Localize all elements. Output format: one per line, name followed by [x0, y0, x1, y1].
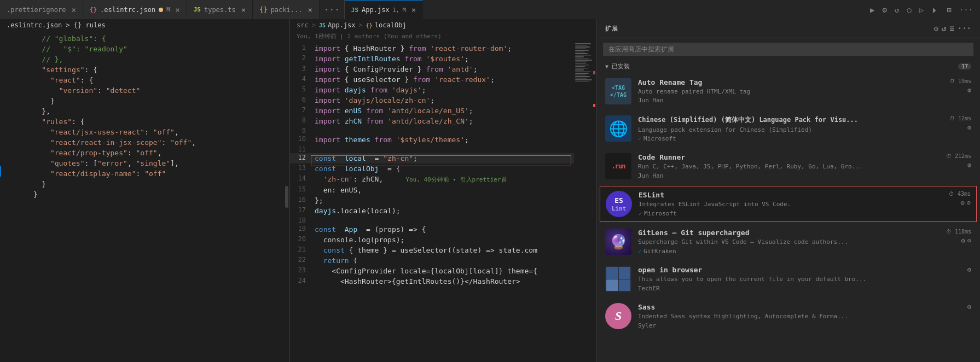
extensions-search-input[interactable] — [603, 43, 973, 56]
ext-action-icons: ⚙ ⊘ — [961, 199, 971, 207]
tab-close-icon[interactable]: × — [175, 5, 179, 14]
line-content: const App = (props) => { — [315, 224, 596, 235]
ext-item-code-runner[interactable]: .run Code Runner Run C, C++, Java, JS, P… — [596, 148, 980, 185]
line-number — [0, 75, 25, 85]
installed-section-header[interactable]: ▼ 已安装 17 — [596, 60, 980, 73]
circle-icon[interactable]: ○ — [904, 4, 914, 15]
ext-settings-icon[interactable]: ⚙ — [967, 86, 971, 94]
ext-desc: Integrates ESLint JavaScript into VS Cod… — [639, 200, 942, 208]
ext-action-icons: ⚙ — [967, 303, 971, 311]
layout-icon[interactable]: ⊞ — [944, 4, 954, 15]
ext-name: open in browser — [638, 266, 961, 274]
tab-label: App.jsx — [362, 6, 390, 14]
ext-info-auto-rename: Auto Rename Tag Auto rename paired HTML/… — [638, 78, 943, 104]
ext-action-icons: ⚙ ⊘ — [961, 237, 971, 244]
more-icon[interactable]: ··· — [956, 4, 976, 15]
extensions-title: 扩展 — [605, 25, 929, 33]
extensions-header: 扩展 ⚙ ↺ ≡ ··· — [596, 19, 980, 38]
ext-settings-icon[interactable]: ⚙ — [967, 303, 971, 311]
tab-close-icon[interactable]: × — [71, 5, 76, 14]
line-content: }, — [25, 106, 289, 116]
ext-author: Jun Han — [638, 172, 940, 179]
right-side: src > JS App.jsx > {} localObj You, 1秒钟前… — [290, 19, 980, 362]
line-number: 6 — [290, 95, 315, 106]
line-number: 21 — [290, 245, 315, 255]
ext-time: ⏱ 212ms — [946, 153, 971, 159]
code-line: 23 <ConfigProvider locale={localObj[loca… — [290, 266, 596, 276]
ext-settings-icon[interactable]: ⚙ — [967, 266, 971, 273]
tab-appjsx[interactable]: JS App.jsx 1, M × — [345, 0, 423, 19]
line-content: "rules": { — [25, 116, 289, 127]
ext-item-auto-rename-tag[interactable]: <TAG</TAG Auto Rename Tag Auto rename pa… — [596, 73, 980, 110]
ext-item-chinese[interactable]: 🌐 Chinese (Simplified) (简体中文) Language P… — [596, 110, 980, 148]
line-number: 13 — [290, 164, 315, 174]
line-content: en: enUS, — [315, 185, 596, 195]
line-number — [0, 168, 25, 179]
ext-settings-icon[interactable]: ⚙ — [961, 237, 965, 244]
ext-meta: ⚙ — [967, 303, 971, 311]
tab-label: packi... — [271, 6, 303, 14]
tab-json-icon: {} — [90, 6, 97, 13]
more-icon[interactable]: ··· — [958, 24, 971, 33]
code-line: 16 }; — [290, 195, 596, 206]
run-button[interactable]: ▶ — [867, 4, 877, 15]
tab-package[interactable]: {} packi... × — [253, 0, 320, 19]
code-line: 9 — [290, 126, 596, 135]
breadcrumb-sep2: > — [359, 21, 363, 29]
scrollbar[interactable] — [284, 31, 289, 362]
tab-braces-icon: {} — [259, 6, 267, 14]
extensions-list[interactable]: <TAG</TAG Auto Rename Tag Auto rename pa… — [596, 73, 980, 362]
line-content: <ConfigProvider locale={localObj[local]}… — [315, 266, 596, 276]
tab-close-icon[interactable]: × — [308, 5, 312, 14]
ext-time: ⏱ 118ms — [946, 229, 971, 235]
ext-item-gitlens[interactable]: 🔮 GitLens — Git supercharged Supercharge… — [596, 223, 980, 260]
line-number: 20 — [290, 235, 315, 245]
code-line: 21 const { theme } = useSelector((state)… — [290, 245, 596, 255]
line-content: // }, — [25, 54, 289, 65]
ext-settings-icon[interactable]: ⚙ — [967, 124, 971, 131]
ext-item-open-in-browser[interactable]: open in browser This allows you to open … — [596, 260, 980, 297]
code-line: 13 const localObj = { — [290, 164, 596, 174]
code-line: 5 import dayjs from 'dayjs'; — [290, 85, 596, 95]
breadcrumb-sep1: > — [312, 21, 316, 29]
ext-disable-icon[interactable]: ⊘ — [967, 237, 971, 244]
ext-item-sass[interactable]: S Sass Indented Sass syntax Highlighting… — [596, 297, 980, 335]
code-line: "react": { — [0, 75, 289, 85]
forward-icon[interactable]: ▷ — [917, 4, 926, 15]
toolbar-right: ▶ ⚙ ↺ ○ ▷ ⏵ ⊞ ··· — [867, 4, 980, 15]
tab-prettierignore[interactable]: .prettierignore × — [0, 0, 83, 19]
ext-item-eslint[interactable]: ES Lint ESLint Integrates ESLint JavaScr… — [600, 186, 977, 222]
line-number — [0, 65, 25, 75]
collapse-icon[interactable]: ≡ — [949, 24, 954, 33]
line-content: import getIntlRoutes from '$routes'; — [315, 54, 596, 64]
tab-close-icon[interactable]: × — [241, 5, 246, 14]
code-line: 17 dayjs.locale(local); — [290, 206, 596, 216]
line-number — [0, 96, 25, 106]
play-icon[interactable]: ⏵ — [929, 4, 942, 15]
ext-settings-icon[interactable]: ⚙ — [967, 161, 971, 169]
middle-code-area[interactable]: 1 import { HashRouter } from 'react-rout… — [290, 41, 596, 362]
ext-action-icons: ⚙ — [967, 124, 971, 131]
line-number — [0, 85, 25, 96]
code-line: } — [0, 179, 289, 189]
left-code-area[interactable]: // "globals": { // "$": "readonly" // },… — [0, 31, 289, 362]
ext-icon-sass: S — [605, 303, 631, 329]
ext-manage-icon[interactable]: ⚙ — [961, 199, 965, 207]
code-line: // "globals": { — [0, 33, 289, 44]
revert-icon[interactable]: ↺ — [892, 4, 902, 15]
scroll-thumb[interactable] — [285, 186, 288, 208]
debug-icon[interactable]: ⚙ — [880, 4, 890, 15]
ext-info-chinese: Chinese (Simplified) (简体中文) Language Pac… — [638, 115, 943, 142]
line-content: "react/react-in-jsx-scope": "off", — [25, 137, 289, 148]
filter-icon[interactable]: ⚙ — [933, 24, 938, 33]
refresh-icon[interactable]: ↺ — [942, 24, 946, 33]
ext-disable-icon[interactable]: ⊘ — [967, 199, 971, 207]
tab-close-icon[interactable]: × — [411, 5, 416, 14]
tab-eslintrc[interactable]: {} .eslintrc.json M × — [83, 0, 187, 19]
breadcrumb: .eslintrc.json > {} rules — [0, 19, 289, 31]
tab-overflow-button[interactable]: ··· — [320, 4, 344, 15]
section-count: 17 — [958, 63, 971, 69]
tab-types[interactable]: JS types.ts × — [187, 0, 253, 19]
line-content: "quotes": ["error", "single"], — [25, 158, 289, 168]
tab-bar: .prettierignore × {} .eslintrc.json M × … — [0, 0, 980, 19]
